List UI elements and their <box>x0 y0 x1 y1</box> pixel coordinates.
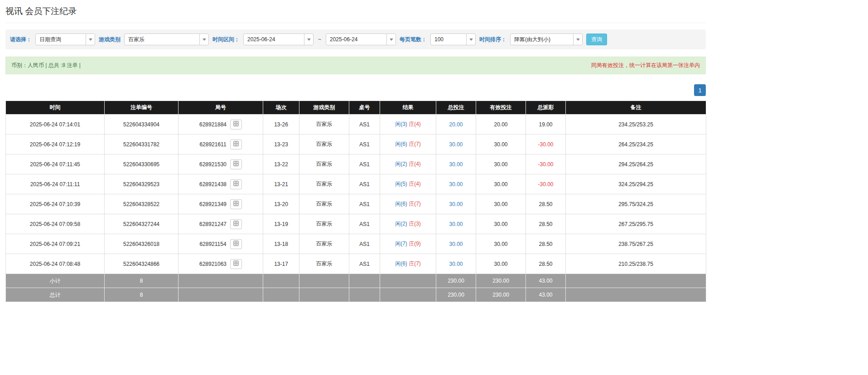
result-banker: 庄(7) <box>409 201 421 207</box>
result-player: 闲(7) <box>395 240 407 247</box>
result-cell: 闲(6) 庄(7) <box>380 194 436 214</box>
total-bet-link[interactable]: 30.00 <box>449 161 463 168</box>
game-type-cell: 百家乐 <box>299 135 349 154</box>
header-game-type: 游戏类别 <box>299 101 349 115</box>
total-bet-cell: 30.00 <box>436 154 476 174</box>
sort-select[interactable]: 降冪(由大到小) <box>510 34 583 45</box>
page-container: 视讯 会员下注纪录 请选择： 日期查询 游戏类别 百家乐 时间区间： 2025-… <box>5 0 706 302</box>
result-cell: 闲(3) 庄(4) <box>380 115 436 135</box>
total-bet-cell: 30.00 <box>436 214 476 234</box>
date-range-tilde: ~ <box>317 36 322 43</box>
chevron-down-icon[interactable] <box>466 34 475 45</box>
round-video-button[interactable] <box>230 159 242 169</box>
valid-bet-cell: 30.00 <box>476 194 526 214</box>
total-bet-cell: 30.00 <box>436 174 476 194</box>
round-video-button[interactable] <box>230 120 242 130</box>
valid-bet-cell: 30.00 <box>476 154 526 174</box>
note-cell: 294.25/264.25 <box>566 154 706 174</box>
total-bet-cell: 30.00 <box>436 254 476 274</box>
game-type-cell: 百家乐 <box>299 154 349 174</box>
bet-id-cell: 522604330695 <box>105 154 178 174</box>
total-bet-link[interactable]: 30.00 <box>449 181 463 188</box>
sort-value: 降冪(由大到小) <box>511 34 573 45</box>
game-type-select[interactable]: 百家乐 <box>124 34 209 45</box>
round-cell: 628921063 <box>178 254 263 274</box>
total-bet-link[interactable]: 30.00 <box>449 201 463 207</box>
round-cell: 628921349 <box>178 194 263 214</box>
date-to-picker[interactable]: 2025-06-24 <box>326 34 396 45</box>
bet-id-cell: 522604324866 <box>105 254 178 274</box>
date-to-value: 2025-06-24 <box>326 34 386 45</box>
session-cell: 13-23 <box>263 135 299 154</box>
result-cell: 闲(6) 庄(7) <box>380 135 436 154</box>
time-cell: 2025-06-24 07:14:01 <box>6 115 105 135</box>
round-video-button[interactable] <box>230 199 242 209</box>
total-bet-link[interactable]: 30.00 <box>449 141 463 148</box>
total-bet-link[interactable]: 20.00 <box>449 121 463 128</box>
result-banker: 庄(7) <box>409 141 421 147</box>
table-no-cell: AS1 <box>349 254 380 274</box>
subtotal-count: 8 <box>105 274 178 288</box>
time-cell: 2025-06-24 07:08:48 <box>6 254 105 274</box>
chevron-down-icon[interactable] <box>573 34 582 45</box>
round-number: 628921611 <box>199 141 226 148</box>
query-type-select[interactable]: 日期查询 <box>35 34 95 45</box>
search-button[interactable]: 查询 <box>586 34 607 45</box>
bet-id-cell: 522604327244 <box>105 214 178 234</box>
total-bet-cell: 30.00 <box>436 234 476 254</box>
result-player: 闲(2) <box>395 161 407 167</box>
query-type-value: 日期查询 <box>36 34 86 45</box>
note-cell: 238.75/267.25 <box>566 234 706 254</box>
round-video-button[interactable] <box>230 259 242 269</box>
chevron-down-icon[interactable] <box>386 34 395 45</box>
game-type-label: 游戏类别 <box>99 36 121 43</box>
round-number: 628921884 <box>199 121 227 128</box>
game-type-cell: 百家乐 <box>299 214 349 234</box>
round-video-button[interactable] <box>230 239 242 249</box>
time-cell: 2025-06-24 07:09:21 <box>6 234 105 254</box>
summary-currency-count: 币别：人民币 | 总共 :8 注单 | <box>11 62 81 69</box>
session-cell: 13-21 <box>263 174 299 194</box>
header-result: 结果 <box>380 101 436 115</box>
note-cell: 267.25/295.75 <box>566 214 706 234</box>
note-cell: 234.25/253.25 <box>566 115 706 135</box>
date-from-picker[interactable]: 2025-06-24 <box>243 34 313 45</box>
chevron-down-icon[interactable] <box>199 34 208 45</box>
total-bet-link[interactable]: 30.00 <box>449 221 463 227</box>
total-payout: 43.00 <box>526 288 566 302</box>
chevron-down-icon[interactable] <box>304 34 313 45</box>
round-video-button[interactable] <box>230 219 242 229</box>
valid-bet-cell: 30.00 <box>476 135 526 154</box>
total-bet-link[interactable]: 30.00 <box>449 241 463 247</box>
dice-icon <box>233 180 239 188</box>
round-cell: 628921530 <box>178 154 263 174</box>
total-bet-link[interactable]: 30.00 <box>449 261 463 267</box>
page-size-label: 每页笔数： <box>400 36 427 43</box>
page-button-1[interactable]: 1 <box>694 84 706 96</box>
table-no-cell: AS1 <box>349 214 380 234</box>
note-cell: 295.75/324.25 <box>566 194 706 214</box>
valid-bet-cell: 30.00 <box>476 214 526 234</box>
valid-bet-cell: 30.00 <box>476 174 526 194</box>
note-cell: 324.25/294.25 <box>566 174 706 194</box>
result-player: 闲(6) <box>395 141 407 147</box>
round-cell: 628921884 <box>178 115 263 135</box>
table-no-cell: AS1 <box>349 135 380 154</box>
round-number: 628921154 <box>199 241 226 247</box>
result-cell: 闲(6) 庄(7) <box>380 254 436 274</box>
time-cell: 2025-06-24 07:12:19 <box>6 135 105 154</box>
round-video-button[interactable] <box>230 139 242 149</box>
time-range-label: 时间区间： <box>212 36 240 43</box>
result-cell: 闲(5) 庄(4) <box>380 174 436 194</box>
header-payout: 总派彩 <box>526 101 566 115</box>
session-cell: 13-22 <box>263 154 299 174</box>
round-video-button[interactable] <box>230 179 242 189</box>
chevron-down-icon[interactable] <box>86 34 95 45</box>
payout-cell: -30.00 <box>526 174 566 194</box>
game-type-value: 百家乐 <box>125 34 199 45</box>
total-total-bet: 230.00 <box>436 288 476 302</box>
pagination: 1 <box>5 84 706 96</box>
result-banker: 庄(3) <box>409 221 421 227</box>
page-size-select[interactable]: 100 <box>430 34 476 45</box>
bet-id-cell: 522604329523 <box>105 174 178 194</box>
